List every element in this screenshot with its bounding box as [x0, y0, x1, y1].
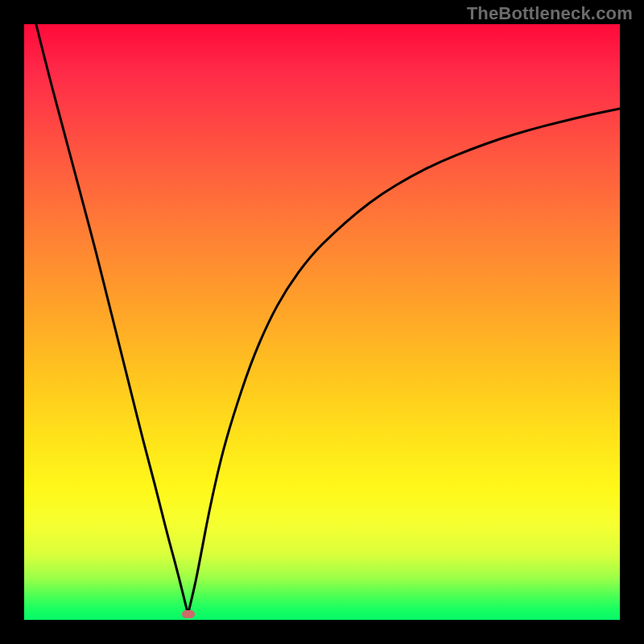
plot-area: [24, 24, 620, 620]
curve-canvas: [24, 24, 620, 620]
vertex-marker: [182, 610, 195, 618]
watermark-text: TheBottleneck.com: [467, 3, 633, 24]
chart-frame: TheBottleneck.com: [0, 0, 644, 644]
